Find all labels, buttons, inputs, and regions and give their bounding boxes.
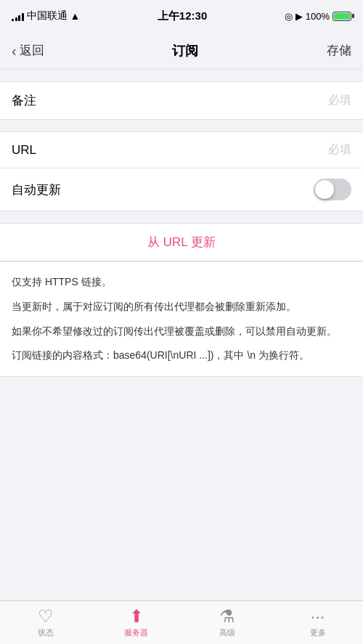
back-label: 返回 — [20, 42, 44, 59]
auto-update-toggle[interactable] — [314, 179, 351, 200]
status-right: ◎ ▶ 100% — [285, 11, 351, 22]
back-chevron-icon: ‹ — [12, 44, 17, 58]
battery-icon — [333, 12, 351, 21]
status-bar: 中国联通 ▲ 上午12:30 ◎ ▶ 100% — [0, 0, 363, 32]
battery-fill — [334, 13, 350, 20]
update-from-url-button[interactable]: 从 URL 更新 — [147, 235, 216, 249]
tab-advanced-label: 高级 — [219, 627, 235, 638]
tab-status[interactable]: ♡ 状态 — [0, 608, 91, 638]
heart-icon: ♡ — [38, 608, 54, 625]
tab-bar: ♡ 状态 ⬆ 服务器 ⚗ 高级 ··· 更多 — [0, 600, 363, 644]
battery-label: 100% — [306, 11, 330, 22]
info-text-3: 如果你不希望修改过的订阅传出代理被覆盖或删除，可以禁用自动更新。 — [12, 323, 351, 341]
tab-advanced[interactable]: ⚗ 高级 — [182, 608, 272, 638]
save-button[interactable]: 存储 — [327, 42, 351, 59]
note-placeholder: 必填 — [224, 93, 351, 108]
carrier-label: 中国联通 — [27, 9, 68, 23]
note-section: 备注 必填 — [0, 81, 363, 120]
page-title: 订阅 — [172, 42, 198, 60]
nav-bar: ‹ 返回 订阅 存储 — [0, 32, 363, 70]
update-from-url-section: 从 URL 更新 — [0, 223, 363, 261]
gps-icon: ▶ — [295, 11, 303, 22]
tab-more-label: 更多 — [310, 627, 326, 638]
advanced-icon: ⚗ — [219, 608, 235, 625]
url-input[interactable] — [70, 143, 224, 158]
toggle-track — [314, 179, 351, 200]
auto-update-label: 自动更新 — [12, 182, 70, 198]
auto-update-row: 自动更新 — [0, 168, 363, 211]
tab-server-label: 服务器 — [124, 627, 148, 638]
tab-server[interactable]: ⬆ 服务器 — [91, 608, 182, 638]
more-icon: ··· — [310, 608, 325, 625]
server-icon: ⬆ — [129, 608, 144, 625]
info-text-4: 订阅链接的内容格式：base64(URI[\nURI ...])，其中 \n 为… — [12, 347, 351, 364]
note-label: 备注 — [12, 92, 70, 109]
toggle-thumb — [315, 180, 334, 199]
note-input[interactable] — [70, 94, 224, 108]
back-button[interactable]: ‹ 返回 — [12, 42, 44, 59]
info-text-2: 当更新时，属于对应订阅的所有传出代理都会被删除重新添加。 — [12, 298, 351, 316]
signal-icon — [12, 12, 24, 21]
status-time: 上午12:30 — [158, 9, 207, 23]
tab-more[interactable]: ··· 更多 — [272, 608, 363, 638]
info-section: 仅支持 HTTPS 链接。 当更新时，属于对应订阅的所有传出代理都会被删除重新添… — [0, 261, 363, 377]
url-label: URL — [12, 143, 70, 158]
status-left: 中国联通 ▲ — [12, 9, 80, 23]
url-placeholder: 必填 — [224, 142, 351, 158]
url-section: URL 必填 自动更新 — [0, 131, 363, 211]
location-icon: ◎ — [285, 11, 293, 22]
info-text-1: 仅支持 HTTPS 链接。 — [12, 274, 351, 291]
note-row: 备注 必填 — [0, 82, 363, 119]
tab-status-label: 状态 — [38, 627, 54, 638]
wifi-icon: ▲ — [70, 10, 81, 22]
url-row: URL 必填 — [0, 132, 363, 168]
content: 备注 必填 URL 必填 自动更新 从 URL 更新 仅支持 HTTPS 链接。… — [0, 81, 363, 420]
